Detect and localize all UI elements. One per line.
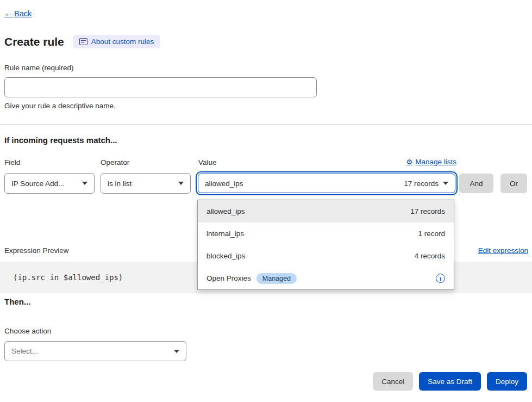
about-custom-rules-label: About custom rules — [91, 38, 154, 46]
value-select-records: 17 records — [404, 180, 439, 188]
manage-lists-label: Manage lists — [415, 158, 456, 166]
list-option-allowed-ips[interactable]: allowed_ips 17 records — [198, 200, 454, 222]
field-label: Field — [4, 158, 20, 166]
action-select-placeholder: Select... — [11, 347, 38, 355]
list-option-name: blocked_ips — [206, 252, 245, 260]
list-option-blocked-ips[interactable]: blocked_ips 4 records — [198, 245, 454, 267]
chevron-down-icon — [443, 182, 448, 185]
then-section-heading: Then... — [4, 297, 30, 306]
list-option-name: allowed_ips — [206, 207, 245, 215]
field-select[interactable]: IP Source Add... — [4, 173, 95, 194]
operator-select-value: is in list — [108, 180, 132, 188]
chevron-down-icon — [178, 182, 184, 185]
chevron-down-icon — [174, 350, 179, 353]
back-arrow-icon: ← — [4, 9, 13, 18]
save-as-draft-button[interactable]: Save as Draft — [419, 372, 481, 391]
value-select-value: allowed_ips — [205, 180, 243, 188]
page-title: Create rule — [4, 35, 64, 48]
expression-preview-label: Expression Preview — [4, 246, 69, 255]
create-rule-page: ←Back Create rule About custom rules Rul… — [0, 0, 532, 402]
value-select[interactable]: allowed_ips 17 records — [198, 174, 455, 193]
cancel-button[interactable]: Cancel — [373, 372, 413, 391]
and-button[interactable]: And — [459, 174, 493, 193]
footer-actions: Cancel Save as Draft Deploy — [373, 372, 527, 391]
list-option-records: 4 records — [415, 252, 445, 260]
info-icon[interactable]: i — [436, 274, 445, 283]
back-label: Back — [14, 9, 32, 18]
section-divider — [0, 124, 532, 125]
list-option-records: 17 records — [410, 207, 445, 215]
value-label: Value — [198, 158, 217, 166]
action-select[interactable]: Select... — [4, 341, 186, 361]
gear-icon: ⚙ — [406, 158, 413, 166]
rule-name-input[interactable] — [4, 77, 317, 97]
chevron-down-icon — [82, 182, 87, 185]
rule-name-label: Rule name (required) — [4, 64, 74, 72]
rule-name-helper: Give your rule a descriptive name. — [4, 102, 116, 110]
field-select-value: IP Source Add... — [11, 180, 64, 188]
list-option-records: 1 record — [418, 230, 445, 238]
docs-icon — [79, 38, 87, 45]
manage-lists-link[interactable]: ⚙Manage lists — [406, 158, 456, 166]
operator-label: Operator — [101, 158, 129, 166]
back-link[interactable]: ←Back — [4, 9, 32, 18]
edit-expression-link[interactable]: Edit expression — [478, 246, 528, 255]
match-section-heading: If incoming requests match... — [4, 135, 117, 145]
lists-dropdown-menu: allowed_ips 17 records internal_ips 1 re… — [197, 200, 454, 290]
about-custom-rules-link[interactable]: About custom rules — [73, 35, 161, 48]
list-option-open-proxies[interactable]: Open Proxies Managed i — [198, 267, 454, 289]
list-option-internal-ips[interactable]: internal_ips 1 record — [198, 222, 454, 245]
list-option-name: Open Proxies — [206, 274, 251, 282]
managed-badge: Managed — [256, 273, 297, 284]
choose-action-label: Choose action — [4, 327, 51, 335]
list-option-name: internal_ips — [206, 230, 244, 238]
deploy-button[interactable]: Deploy — [487, 372, 527, 391]
or-button[interactable]: Or — [500, 174, 527, 193]
title-row: Create rule About custom rules — [4, 35, 160, 48]
operator-select[interactable]: is in list — [101, 173, 191, 194]
